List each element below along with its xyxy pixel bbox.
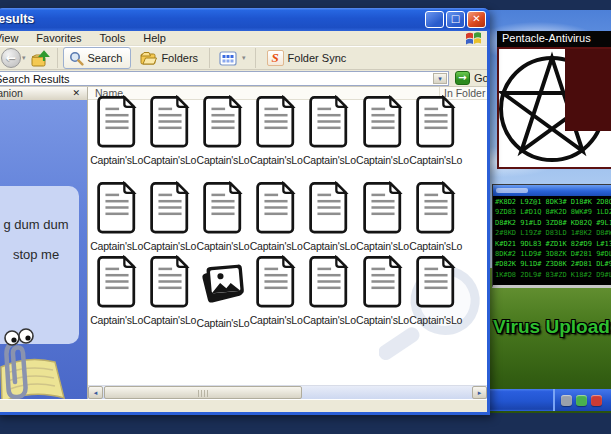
search-button[interactable]: Search <box>63 47 132 69</box>
file-item[interactable]: Captain'sLo <box>303 95 356 166</box>
views-button[interactable]: ▾ <box>215 47 250 69</box>
taskbar[interactable] <box>480 389 611 411</box>
windows-logo-icon <box>465 31 482 50</box>
pentacle-body <box>497 47 611 169</box>
folders-button[interactable]: Folders <box>134 47 204 69</box>
document-icon <box>362 181 404 238</box>
file-item[interactable]: Captain'sLo <box>356 181 409 252</box>
menu-tools[interactable]: Tools <box>91 32 135 44</box>
file-item[interactable]: Captain'sLo <box>409 255 462 326</box>
tray-sync-icon[interactable] <box>576 395 587 406</box>
file-item[interactable]: Captain'sLo <box>196 181 249 252</box>
close-button[interactable]: ✕ <box>467 11 486 28</box>
matrix-code-line: K#D21 9DL83 #ZD1K 82#D9 L#13D <box>495 239 611 249</box>
file-label: Captain'sLo <box>143 240 196 252</box>
document-icon <box>149 255 191 312</box>
tray-security-icon[interactable] <box>591 395 602 406</box>
companion-close-icon[interactable]: ✕ <box>72 87 80 100</box>
matrix-code-line: D8#K2 91#LD 3ZD8# KD82Q #9L1D <box>495 218 611 228</box>
go-label: Go <box>474 72 487 84</box>
file-label: Captain'sLo <box>197 240 250 252</box>
folder-sync-icon: S <box>267 50 284 66</box>
folder-sync-button[interactable]: S Folder Sync <box>261 47 353 69</box>
virus-upload-status: Virus Upload: 37% <box>493 316 611 338</box>
file-row: Captain'sLoCaptain'sLoCaptain'sLoCaptain… <box>90 181 462 252</box>
file-label: Captain'sLo <box>356 314 409 326</box>
file-label: Captain'sLo <box>250 240 303 252</box>
file-item[interactable]: Captain'sLo <box>143 95 196 166</box>
window-title: Search Results <box>0 12 34 26</box>
matrix-code-line: 1K#D8 2DL9# 83#ZD K18#2 D9#L3 <box>495 270 611 280</box>
status-bar <box>0 399 487 412</box>
toolbar-separator <box>209 48 210 68</box>
document-icon <box>415 255 457 312</box>
document-icon <box>308 95 350 152</box>
menu-view[interactable]: View <box>0 32 27 44</box>
go-button[interactable]: → Go <box>455 71 487 85</box>
up-button[interactable] <box>29 47 52 69</box>
file-row: Captain'sLoCaptain'sLoCaptain'sLoCaptain… <box>90 95 462 166</box>
address-combo[interactable]: Search Results ▾ <box>0 71 449 86</box>
document-icon <box>255 181 297 238</box>
file-item[interactable]: Captain'sLo <box>90 181 143 252</box>
maximize-button[interactable]: □ <box>446 11 465 28</box>
address-dropdown-icon[interactable]: ▾ <box>433 73 447 84</box>
menu-help[interactable]: Help <box>134 32 175 44</box>
file-item[interactable]: Captain'sLo <box>250 181 303 252</box>
file-item[interactable]: Captain'sLo <box>303 255 356 326</box>
document-icon <box>308 255 350 312</box>
maroon-panel <box>565 49 611 131</box>
file-item[interactable]: Captain'sLo <box>356 95 409 166</box>
file-label: Captain'sLo <box>303 154 356 166</box>
file-label: Captain'sLo <box>90 154 143 166</box>
minimize-button[interactable]: _ <box>425 11 444 28</box>
pentacle-titlebar[interactable]: Pentacle-Antivirus <box>497 31 611 47</box>
matrix-output: #K8D2 L9Z@1 8DK3# D18#K 2D8Q#9ZD83 L#D1Q… <box>493 196 611 281</box>
file-label: Captain'sLo <box>303 314 356 326</box>
file-item[interactable]: Captain'sLo <box>143 181 196 252</box>
file-item[interactable]: Captain'sLo <box>196 255 249 326</box>
back-button[interactable]: ← ▾ <box>1 48 26 68</box>
file-label: Captain'sLo <box>250 314 303 326</box>
tray-volume-icon[interactable] <box>561 395 572 406</box>
file-item[interactable]: Captain'sLo <box>409 95 462 166</box>
address-bar: Search Results ▾ → Go <box>0 70 487 87</box>
back-icon: ← <box>1 48 21 68</box>
scrollbar-thumb[interactable] <box>104 386 302 399</box>
companion-header: Search Companion ✕ <box>0 87 87 100</box>
matrix-code-line: #D82K 9L1D# Z3D8K 2#D81 DL#92 <box>495 259 611 269</box>
file-item[interactable]: Captain'sLo <box>356 255 409 326</box>
bubble-line-2: stop me <box>1 240 71 270</box>
file-item[interactable]: Captain'sLo <box>196 95 249 166</box>
file-item[interactable]: Captain'sLo <box>143 255 196 326</box>
file-item[interactable]: Captain'sLo <box>90 95 143 166</box>
file-item[interactable]: Captain'sLo <box>90 255 143 326</box>
menu-favorites[interactable]: Favorites <box>27 32 90 44</box>
search-companion-panel: Search Companion ✕ g dum dum stop me <box>0 87 88 399</box>
address-value: Search Results <box>0 73 70 85</box>
horizontal-scrollbar[interactable]: ◂ ▸ <box>88 385 487 399</box>
terminal-titlebar[interactable] <box>493 185 611 196</box>
document-icon <box>415 181 457 238</box>
window-body: File Edit View Favorites Tools Help <box>0 31 487 412</box>
document-icon <box>255 95 297 152</box>
file-label: Captain'sLo <box>409 314 462 326</box>
file-label: Captain'sLo <box>409 154 462 166</box>
file-list: Name In Folder Captain'sLoCaptain'sLoCap… <box>88 87 487 399</box>
file-label: Captain'sLo <box>90 314 143 326</box>
back-dropdown-icon[interactable]: ▾ <box>22 54 26 62</box>
clippy-assistant-icon[interactable] <box>0 323 67 399</box>
pentacle-antivirus-window: Pentacle-Antivirus <box>497 31 611 169</box>
menu-bar: File Edit View Favorites Tools Help <box>0 31 487 46</box>
file-item[interactable]: Captain'sLo <box>303 181 356 252</box>
scroll-right-icon[interactable]: ▸ <box>472 386 487 399</box>
scroll-left-icon[interactable]: ◂ <box>88 386 103 399</box>
file-item[interactable]: Captain'sLo <box>409 181 462 252</box>
toolbar: ← ▾ Search <box>0 46 487 70</box>
document-icon <box>96 255 138 312</box>
explorer-titlebar[interactable]: Search Results _ □ ✕ <box>0 8 490 31</box>
file-item[interactable]: Captain'sLo <box>250 95 303 166</box>
file-item[interactable]: Captain'sLo <box>250 255 303 326</box>
companion-body: g dum dum stop me <box>0 100 87 399</box>
matrix-code-line: 2#8KD L19Z# D83LD 1#8K2 D8#W9 <box>495 228 611 238</box>
